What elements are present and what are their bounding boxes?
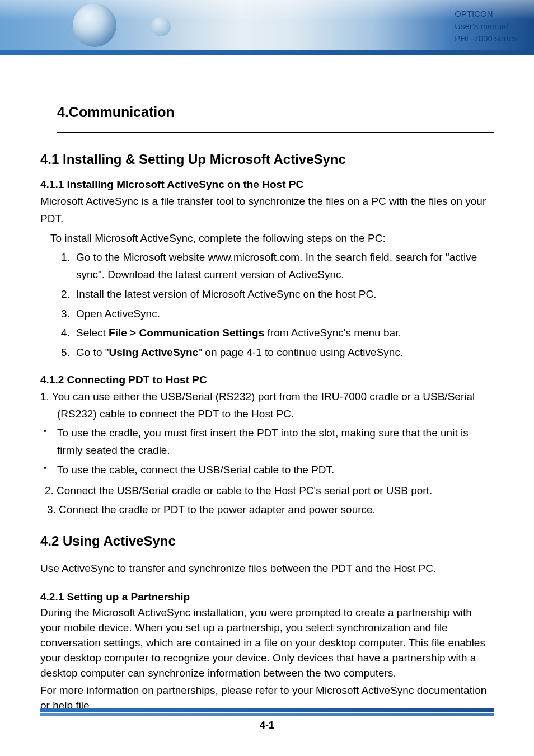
list-item: Open ActiveSync. xyxy=(73,306,494,323)
product-series: PHL-7000 series xyxy=(455,32,517,45)
header-text: OPTICON User's manual PHL-7000 series xyxy=(455,8,517,44)
section-411-lead: To install Microsoft ActiveSync, complet… xyxy=(50,230,494,247)
section-41-heading: 4.1 Installing & Setting Up Microsoft Ac… xyxy=(40,152,494,167)
list-item: Go to the Microsoft website www.microsof… xyxy=(73,249,494,284)
footer-bar-bottom xyxy=(40,713,494,716)
list-item: 3. Connect the cradle or PDT to the powe… xyxy=(40,501,494,519)
section-421-heading: 4.2.1 Setting up a Partnership xyxy=(40,591,494,603)
list-item: 2. Connect the USB/Serial cradle or cabl… xyxy=(40,482,494,500)
section-42-heading: 4.2 Using ActiveSync xyxy=(40,533,494,549)
section-411-heading: 4.1.1 Installing Microsoft ActiveSync on… xyxy=(40,179,494,191)
section-412-bullets: To use the cradle, you must first insert… xyxy=(40,425,494,478)
doc-title: User's manual xyxy=(455,20,517,32)
section-412-poststeps: 2. Connect the USB/Serial cradle or cabl… xyxy=(40,482,494,519)
list-item: Select File > Communication Settings fro… xyxy=(73,325,494,342)
section-411-intro: Microsoft ActiveSync is a file transfer … xyxy=(40,193,494,228)
section-411-steps: Go to the Microsoft website www.microsof… xyxy=(73,249,494,361)
list-item: To use the cable, connect the USB/Serial… xyxy=(40,462,494,479)
section-42-intro: Use ActiveSync to transfer and synchroni… xyxy=(40,560,494,577)
list-item: To use the cradle, you must first insert… xyxy=(40,425,494,459)
chapter-divider xyxy=(57,132,494,133)
chapter-title: 4.Communication xyxy=(57,104,494,120)
banner-globe-large xyxy=(73,3,116,47)
section-412-step1: 1. You can use either the USB/Serial (RS… xyxy=(40,388,494,423)
banner-globe-small xyxy=(151,17,171,36)
footer-bar-top xyxy=(40,708,494,712)
page-body: 4.Communication 4.1 Installing & Setting… xyxy=(0,58,534,713)
section-421-para1: During the Microsoft ActiveSync installa… xyxy=(40,605,494,681)
list-item: Install the latest version of Microsoft … xyxy=(73,286,494,303)
list-item: Go to "Using ActiveSync" on page 4-1 to … xyxy=(73,344,494,361)
page-number: 4-1 xyxy=(40,720,494,731)
footer: 4-1 xyxy=(40,708,494,731)
section-412-heading: 4.1.2 Connecting PDT to Host PC xyxy=(40,374,494,386)
header-accent-bar xyxy=(0,50,534,55)
brand-name: OPTICON xyxy=(455,8,517,20)
header-banner: OPTICON User's manual PHL-7000 series xyxy=(0,0,534,50)
